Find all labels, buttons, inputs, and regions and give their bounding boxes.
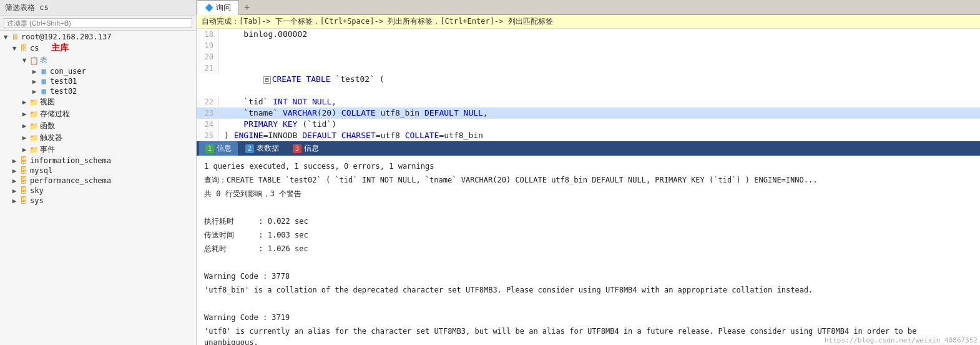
code-editor[interactable]: 18 binlog.000002 19 20 21 ⊟CREATE TABLE … xyxy=(197,29,980,141)
code-line-21: 21 ⊟CREATE TABLE `test02` ( xyxy=(197,62,980,96)
hint-text: 自动完成：[Tab]-> 下一个标签，[Ctrl+Space]-> 列出所有标签… xyxy=(202,17,553,26)
funcs-icon: 📁 xyxy=(29,122,39,131)
tree-root[interactable]: ▼ 🖥 root@192.168.203.137 xyxy=(0,32,196,42)
test01-toggle[interactable]: ▶ xyxy=(30,78,39,86)
info-schema-toggle[interactable]: ▶ xyxy=(10,157,19,165)
code-line-22: 22 `tid` INT NOT NULL, xyxy=(197,96,980,108)
con_user-icon: ▦ xyxy=(39,67,49,76)
right-panel: 🔷 询问 + 自动完成：[Tab]-> 下一个标签，[Ctrl+Space]->… xyxy=(197,0,980,345)
tables-label: 表 xyxy=(40,55,47,66)
result-tab-2-icon: 2 xyxy=(245,144,254,153)
tree-item-cs[interactable]: ▼ 🗄 cs 主库 xyxy=(0,42,196,54)
con_user-toggle[interactable]: ▶ xyxy=(30,68,39,76)
tree-item-tables[interactable]: ▼ 📋 表 xyxy=(0,54,196,66)
output-query-text: CREATE TABLE `test02` ( `tid` INT NOT NU… xyxy=(227,176,817,184)
collapse-btn[interactable]: ⊟ xyxy=(263,76,271,84)
warn1-code: Warning Code : 3778 xyxy=(204,272,290,281)
add-tab-button[interactable]: + xyxy=(239,1,255,14)
mysql-label: mysql xyxy=(30,166,52,175)
tree-item-perf-schema[interactable]: ▶ 🗄 performance_schema xyxy=(0,176,196,186)
query-tab-bar: 🔷 询问 + xyxy=(197,0,980,15)
procs-label: 存储过程 xyxy=(40,109,70,119)
views-icon: 📁 xyxy=(29,98,39,107)
line-num-24: 24 xyxy=(197,119,219,130)
tree-item-mysql[interactable]: ▶ 🗄 mysql xyxy=(0,166,196,176)
test02-toggle[interactable]: ▶ xyxy=(30,88,39,96)
output-rows: 共 0 行受到影响，3 个警告 xyxy=(204,189,301,198)
sys-label: sys xyxy=(30,196,44,205)
sky-label: sky xyxy=(30,186,44,195)
perf-schema-label: performance_schema xyxy=(30,176,111,185)
tree-item-views[interactable]: ▶ 📁 视图 xyxy=(0,96,196,108)
tree-item-test01[interactable]: ▶ ▦ test01 xyxy=(0,76,196,86)
test02-icon: ▦ xyxy=(39,87,49,96)
result-tab-3-info[interactable]: 3 信息 xyxy=(287,141,325,156)
query-tab-icon: 🔷 xyxy=(205,4,213,12)
hint-bar: 自动完成：[Tab]-> 下一个标签，[Ctrl+Space]-> 列出所有标签… xyxy=(197,15,980,29)
procs-toggle[interactable]: ▶ xyxy=(20,110,29,118)
result-tab-1-info[interactable]: 1 信息 xyxy=(199,141,238,156)
line-num-25: 25 xyxy=(197,130,219,141)
line-content-19 xyxy=(219,40,229,51)
line-num-20: 20 xyxy=(197,51,219,62)
funcs-toggle[interactable]: ▶ xyxy=(20,122,29,130)
tree-item-test02[interactable]: ▶ ▦ test02 xyxy=(0,86,196,96)
result-tab-1-icon: 1 xyxy=(205,144,214,153)
test02-label: test02 xyxy=(50,87,77,96)
output-line-blank2 xyxy=(204,257,973,268)
sidebar-header: 筛选表格 cs xyxy=(0,0,196,16)
cs-toggle[interactable]: ▼ xyxy=(10,44,19,52)
output-line-rows: 共 0 行受到影响，3 个警告 xyxy=(204,188,973,199)
line-content-24: PRIMARY KEY (`tid`) xyxy=(219,119,336,130)
result-tab-3-label: 信息 xyxy=(304,143,319,154)
tree-item-procs[interactable]: ▶ 📁 存储过程 xyxy=(0,108,196,120)
views-label: 视图 xyxy=(40,97,55,108)
line-content-23: `tname` VARCHAR(20) COLLATE utf8_bin DEF… xyxy=(219,108,488,119)
sidebar: 筛选表格 cs ▼ 🖥 root@192.168.203.137 ▼ 🗄 cs … xyxy=(0,0,197,345)
tree-item-info-schema[interactable]: ▶ 🗄 information_schema xyxy=(0,156,196,166)
events-toggle[interactable]: ▶ xyxy=(20,146,29,154)
output-line-exec-time: 执行耗时 : 0.022 sec xyxy=(204,216,973,227)
con_user-label: con_user xyxy=(50,67,86,76)
status-url: https://blog.csdn.net/weixin_40867352 xyxy=(822,336,980,345)
tables-toggle[interactable]: ▼ xyxy=(20,56,29,64)
tree-item-con_user[interactable]: ▶ ▦ con_user xyxy=(0,66,196,76)
query-tab-label: 询问 xyxy=(216,2,231,13)
perf-schema-toggle[interactable]: ▶ xyxy=(10,177,19,185)
tree-item-triggers[interactable]: ▶ 📁 触发器 xyxy=(0,132,196,144)
mysql-toggle[interactable]: ▶ xyxy=(10,167,19,175)
code-line-19: 19 xyxy=(197,40,980,51)
views-toggle[interactable]: ▶ xyxy=(20,98,29,106)
line-num-22: 22 xyxy=(197,96,219,108)
tree-item-sys[interactable]: ▶ 🗄 sys xyxy=(0,196,196,206)
result-tab-bar: 1 信息 2 表数据 3 信息 xyxy=(197,141,980,156)
tree-item-events[interactable]: ▶ 📁 事件 xyxy=(0,144,196,156)
test01-icon: ▦ xyxy=(39,77,49,86)
code-line-20: 20 xyxy=(197,51,980,62)
output-transfer-val: : 1.003 sec xyxy=(258,231,308,239)
line-num-21: 21 xyxy=(197,62,219,74)
filter-input[interactable] xyxy=(4,18,192,28)
filter-bar xyxy=(0,16,196,31)
sidebar-title: 筛选表格 cs xyxy=(5,2,49,13)
result-tab-2-data[interactable]: 2 表数据 xyxy=(239,141,285,156)
query-tab[interactable]: 🔷 询问 xyxy=(197,0,239,15)
code-line-18: 18 binlog.000002 xyxy=(197,29,980,40)
triggers-icon: 📁 xyxy=(29,134,39,142)
sky-toggle[interactable]: ▶ xyxy=(10,187,19,195)
tree-item-sky[interactable]: ▶ 🗄 sky xyxy=(0,186,196,196)
line-content-18: binlog.000002 xyxy=(219,29,307,40)
output-total-val: : 1.026 sec xyxy=(258,244,308,253)
tree-item-funcs[interactable]: ▶ 📁 函数 xyxy=(0,120,196,132)
sys-toggle[interactable]: ▶ xyxy=(10,197,19,205)
warn1-msg: 'utf8_bin' is a collation of the depreca… xyxy=(204,286,813,294)
code-line-23: 23 `tname` VARCHAR(20) COLLATE utf8_bin … xyxy=(197,108,980,119)
perf-schema-icon: 🗄 xyxy=(19,176,29,185)
root-label: root@192.168.203.137 xyxy=(21,32,112,41)
output-area: 1 queries executed, 1 success, 0 errors,… xyxy=(197,156,980,345)
output-exec-label: 执行耗时 xyxy=(204,216,254,227)
triggers-toggle[interactable]: ▶ xyxy=(20,134,29,142)
output-warn1-code: Warning Code : 3778 xyxy=(204,271,973,282)
events-icon: 📁 xyxy=(29,146,39,154)
root-toggle[interactable]: ▼ xyxy=(1,33,10,41)
